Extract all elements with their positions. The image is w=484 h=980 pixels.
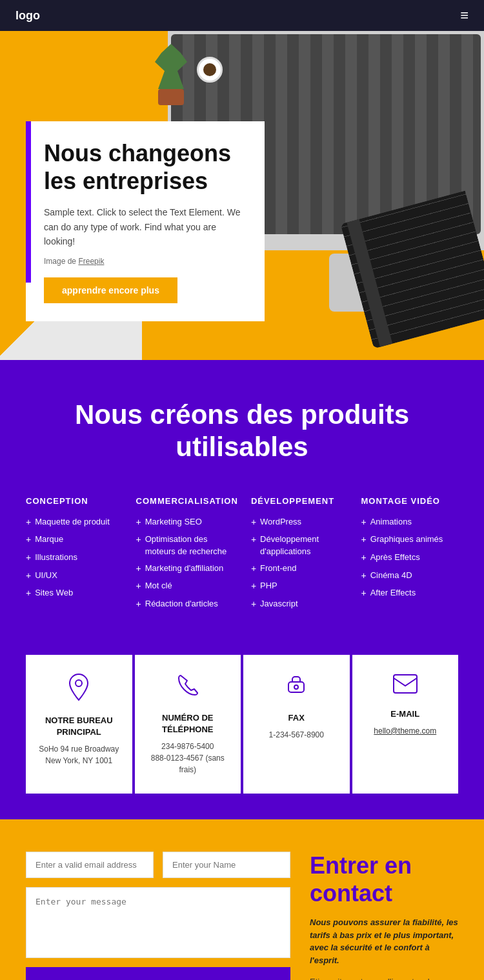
- hero-section: Nous changeons les entreprises Sample te…: [0, 31, 484, 360]
- service-col1-heading: CONCEPTION: [26, 496, 123, 506]
- contact-tagline: Nous pouvons assurer la fiabilité, les t…: [310, 916, 458, 966]
- services-heading: Nous créons des produits utilisables: [26, 399, 458, 464]
- contact-card: FAX1-234-567-8900: [243, 655, 350, 794]
- service-item: Marketing d'affiliation: [136, 563, 238, 575]
- message-input[interactable]: [26, 887, 290, 958]
- contact-card: NUMÉRO DE TÉLÉPHONE234-9876-5400888-0123…: [135, 655, 241, 794]
- contact-card-title: E-MAIL: [363, 708, 449, 720]
- service-col-montage: MONTAGE VIDÉO AnimationsGraphiques animé…: [361, 496, 458, 616]
- contact-card-title: FAX: [254, 712, 339, 724]
- service-item: Graphiques animés: [361, 534, 458, 546]
- submit-button[interactable]: Soumettre: [26, 967, 290, 980]
- service-item: Sites Web: [26, 587, 123, 600]
- service-col-developpement: DÉVELOPPEMENT WordPressDéveloppement d'a…: [251, 496, 348, 616]
- navbar: logo ≡: [0, 0, 484, 31]
- svg-point-1: [294, 685, 298, 689]
- service-item: Illustrations: [26, 552, 123, 565]
- hero-image-credit: Image de Freepik: [44, 257, 247, 266]
- service-item: Rédaction d'articles: [136, 598, 238, 611]
- service-col-conception: CONCEPTION Maquette de produitMarqueIllu…: [26, 496, 123, 616]
- service-item: WordPress: [251, 516, 348, 529]
- form-left: Soumettre: [26, 852, 290, 980]
- learn-more-button[interactable]: apprendre encore plus: [44, 277, 177, 303]
- hero-subtitle: Sample text. Click to select the Text El…: [44, 205, 247, 248]
- service-item: Javascript: [251, 598, 348, 611]
- name-input[interactable]: [163, 852, 290, 878]
- service-item: Optimisation des moteurs de recherche: [136, 534, 238, 557]
- email-link[interactable]: hello@theme.com: [374, 726, 436, 735]
- service-col3-heading: DÉVELOPPEMENT: [251, 496, 348, 506]
- contact-card-title: NUMÉRO DE TÉLÉPHONE: [145, 712, 231, 735]
- service-item: PHP: [251, 580, 348, 593]
- contact-card-icon: [36, 673, 122, 707]
- contact-heading: Entrer en contact: [310, 852, 458, 907]
- service-item: UI/UX: [26, 570, 123, 583]
- contact-card-title: NOTRE BUREAU PRINCIPAL: [36, 715, 122, 738]
- contact-cards-section: NOTRE BUREAU PRINCIPALSoHo 94 rue Broadw…: [0, 655, 484, 819]
- coffee-cup: [194, 57, 226, 89]
- service-item: Cinéma 4D: [361, 570, 458, 583]
- service-item: Développement d'applications: [251, 534, 348, 557]
- service-col-commercialisation: COMMERCIALISATION Marketing SEOOptimisat…: [136, 496, 238, 616]
- plant: [148, 44, 194, 102]
- svg-rect-2: [394, 675, 417, 693]
- service-item: After Effects: [361, 587, 458, 600]
- services-grid: CONCEPTION Maquette de produitMarqueIllu…: [26, 496, 458, 616]
- hero-card: Nous changeons les entreprises Sample te…: [26, 121, 265, 321]
- services-section: Nous créons des produits utilisables CON…: [0, 360, 484, 655]
- service-col1-list: Maquette de produitMarqueIllustrationsUI…: [26, 516, 123, 600]
- contact-card-icon: [363, 673, 449, 701]
- service-item: Après Effetcs: [361, 552, 458, 565]
- svg-rect-0: [288, 682, 304, 692]
- email-input[interactable]: [26, 852, 154, 878]
- freepik-link[interactable]: Freepik: [78, 257, 104, 266]
- contact-card-icon: [145, 673, 231, 705]
- service-item: Maquette de produit: [26, 516, 123, 529]
- service-col3-list: WordPressDéveloppement d'applicationsFro…: [251, 516, 348, 611]
- contact-card-detail: 1-234-567-8900: [254, 729, 339, 741]
- service-col4-heading: MONTAGE VIDÉO: [361, 496, 458, 506]
- contact-card: E-MAILhello@theme.com: [352, 655, 459, 794]
- service-col4-list: AnimationsGraphiques animésAprès Effetcs…: [361, 516, 458, 600]
- contact-card-detail: hello@theme.com: [363, 725, 449, 737]
- hero-title: Nous changeons les entreprises: [44, 139, 247, 195]
- contact-card-icon: [254, 673, 339, 705]
- form-right: Entrer en contact Nous pouvons assurer l…: [310, 852, 458, 980]
- contact-cards-grid: NOTRE BUREAU PRINCIPALSoHo 94 rue Broadw…: [26, 655, 458, 794]
- contact-card-detail: 234-9876-5400888-0123-4567 (sans frais): [145, 741, 231, 775]
- hero-accent-bar: [26, 121, 31, 283]
- contact-card-detail: SoHo 94 rue Broadway New York, NY 1001: [36, 743, 122, 766]
- service-item: Mot clé: [136, 580, 238, 593]
- service-item: Marque: [26, 534, 123, 546]
- service-item: Animations: [361, 516, 458, 529]
- contact-card: NOTRE BUREAU PRINCIPALSoHo 94 rue Broadw…: [26, 655, 132, 794]
- logo: logo: [15, 9, 40, 23]
- service-col2-list: Marketing SEOOptimisation des moteurs de…: [136, 516, 238, 611]
- service-item: Front-end: [251, 563, 348, 575]
- hamburger-icon[interactable]: ≡: [460, 7, 469, 24]
- service-item: Marketing SEO: [136, 516, 238, 529]
- service-col2-heading: COMMERCIALISATION: [136, 496, 238, 506]
- form-section: Soumettre Entrer en contact Nous pouvons…: [0, 819, 484, 980]
- contact-description: Etiam sit amet convallis erat – class ap…: [310, 975, 458, 980]
- form-row-top: [26, 852, 290, 878]
